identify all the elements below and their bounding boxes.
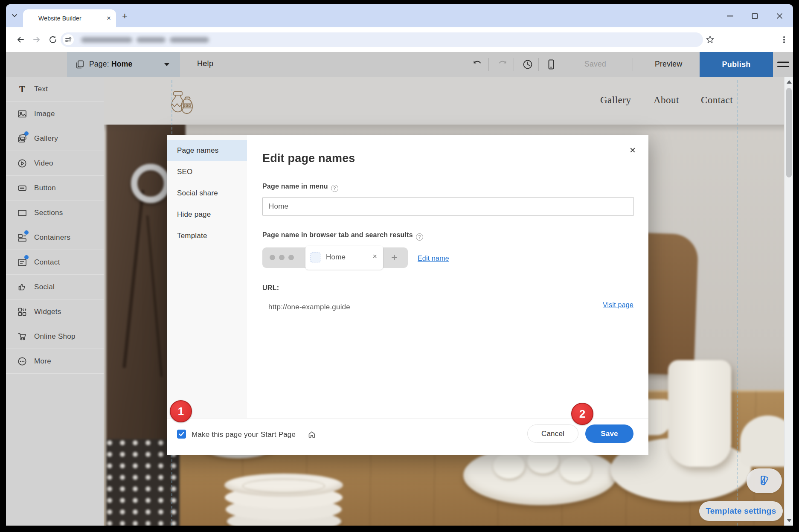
start-page-label: Make this page your Start Page	[192, 430, 296, 439]
cancel-button[interactable]: Cancel	[527, 424, 578, 443]
sidebar-item-containers[interactable]: Containers	[6, 225, 104, 250]
sidebar-item-social[interactable]: Social	[6, 275, 104, 299]
edit-name-link[interactable]: Edit name	[418, 255, 449, 262]
browser-url-row	[6, 27, 793, 52]
dialog-close-icon[interactable]: ×	[630, 145, 636, 155]
window-close-icon[interactable]	[776, 13, 783, 19]
dialog-nav-hide-page[interactable]: Hide page	[167, 204, 247, 225]
tab-name-label-row: Page name in browser tab and search resu…	[262, 231, 423, 241]
save-button[interactable]: Save	[585, 424, 633, 443]
add-page-icon[interactable]: +	[391, 251, 398, 264]
sidebar-item-gallery[interactable]: Gallery	[6, 126, 104, 151]
editor-menu-icon[interactable]	[777, 61, 789, 67]
svg-text:T: T	[19, 84, 25, 94]
blurred-url-text	[81, 37, 132, 43]
notification-dot	[24, 230, 29, 235]
url-value: http://one-example.guide	[268, 303, 350, 311]
site-logo[interactable]	[169, 90, 193, 117]
publish-button[interactable]: Publish	[700, 52, 773, 77]
scroll-down-icon[interactable]	[787, 519, 792, 522]
window-dot	[270, 255, 275, 260]
plate-stack	[224, 454, 344, 526]
tab-close-icon[interactable]: ×	[107, 14, 111, 23]
page-label: Page:	[89, 60, 109, 69]
scrollbar-thumb[interactable]	[786, 88, 792, 177]
sidebar-item-online-shop[interactable]: Online Shop	[6, 324, 104, 349]
url-input[interactable]	[61, 32, 703, 47]
site-header: Gallery About Contact	[104, 77, 784, 125]
back-icon[interactable]	[15, 35, 26, 45]
sidebar-item-button[interactable]: Button	[6, 176, 104, 201]
sidebar-item-sections[interactable]: Sections	[6, 201, 104, 225]
forward-icon[interactable]	[32, 35, 42, 45]
widgets-icon	[17, 307, 27, 317]
page-selector[interactable]: Page: Home	[67, 52, 180, 77]
video-icon	[17, 158, 27, 169]
template-settings-button[interactable]: Template settings	[699, 501, 783, 521]
sections-icon	[17, 208, 27, 218]
site-settings-icon[interactable]	[63, 34, 74, 45]
annotation-step-2: 2	[571, 403, 593, 425]
window-dot	[279, 255, 285, 260]
dialog-nav-social-share[interactable]: Social share	[167, 183, 247, 204]
help-button[interactable]: Help	[197, 59, 213, 68]
visit-page-link[interactable]: Visit page	[587, 301, 633, 309]
scroll-up-icon[interactable]	[787, 80, 792, 84]
new-tab-icon[interactable]: +	[122, 11, 128, 22]
sidebar-item-text[interactable]: T Text	[6, 77, 104, 102]
page-scrollbar[interactable]	[784, 77, 793, 526]
help-icon[interactable]: ?	[416, 233, 423, 241]
site-nav-contact[interactable]: Contact	[701, 95, 733, 106]
pages-icon	[75, 59, 85, 70]
browser-window: Website Builder × +	[6, 4, 793, 526]
annotation-step-1: 1	[170, 400, 192, 422]
start-page-checkbox[interactable]	[177, 430, 186, 439]
mobile-preview-icon[interactable]	[545, 58, 557, 70]
browser-tab[interactable]: Website Builder ×	[23, 9, 116, 27]
menu-name-label-row: Page name in menu?	[262, 183, 338, 192]
site-nav-gallery[interactable]: Gallery	[600, 95, 631, 106]
help-icon[interactable]: ?	[331, 185, 338, 192]
dialog-nav: Page names SEO Social share Hide page Te…	[167, 135, 247, 418]
browser-menu-kebab-icon[interactable]	[779, 35, 789, 45]
save-status: Saved	[584, 60, 606, 69]
dialog-nav-template[interactable]: Template	[167, 225, 247, 247]
tab-title: Website Builder	[38, 15, 81, 22]
page-value: Home	[111, 60, 132, 69]
site-nav-about[interactable]: About	[654, 95, 679, 106]
dialog-nav-seo[interactable]: SEO	[167, 161, 247, 183]
sidebar-item-more[interactable]: More	[6, 349, 104, 374]
ceramic-jug	[668, 360, 731, 467]
tab-search-chevron-icon[interactable]	[10, 11, 19, 20]
sidebar-item-widgets[interactable]: Widgets	[6, 299, 104, 324]
sidebar-item-image[interactable]: Image	[6, 102, 104, 126]
window-maximize-icon[interactable]	[752, 13, 758, 19]
dialog-footer: Make this page your Start Page Cancel Sa…	[167, 418, 648, 455]
edit-page-names-dialog: Page names SEO Social share Hide page Te…	[167, 135, 648, 455]
more-icon	[17, 356, 27, 366]
dialog-title: Edit page names	[262, 152, 355, 165]
browser-tabstrip: Website Builder × +	[6, 4, 793, 27]
page-name-input[interactable]	[262, 197, 634, 216]
home-icon	[308, 430, 316, 439]
style-palette-button[interactable]	[747, 468, 782, 493]
bookmark-star-icon[interactable]	[705, 35, 715, 44]
page-caret-down-icon	[164, 63, 169, 66]
browser-tab-preview: Home × +	[262, 247, 408, 268]
reload-icon[interactable]	[48, 35, 58, 45]
menu-name-label: Page name in menu	[262, 183, 328, 190]
button-icon	[17, 183, 27, 193]
undo-icon[interactable]	[472, 59, 483, 70]
screenshot-root: Website Builder × +	[0, 0, 799, 532]
sidebar-item-contact[interactable]: Contact	[6, 250, 104, 275]
sidebar-item-video[interactable]: Video	[6, 151, 104, 176]
dialog-nav-page-names[interactable]: Page names	[167, 140, 247, 161]
preview-tab-title: Home	[326, 253, 346, 262]
tab-name-label: Page name in browser tab and search resu…	[262, 231, 413, 238]
history-icon[interactable]	[522, 58, 534, 70]
preview-button[interactable]: Preview	[655, 60, 682, 69]
window-minimize-icon[interactable]	[727, 15, 734, 17]
favicon-placeholder[interactable]	[311, 253, 320, 262]
preview-tab-close-icon[interactable]: ×	[372, 252, 377, 261]
blurred-url-text	[170, 37, 209, 43]
